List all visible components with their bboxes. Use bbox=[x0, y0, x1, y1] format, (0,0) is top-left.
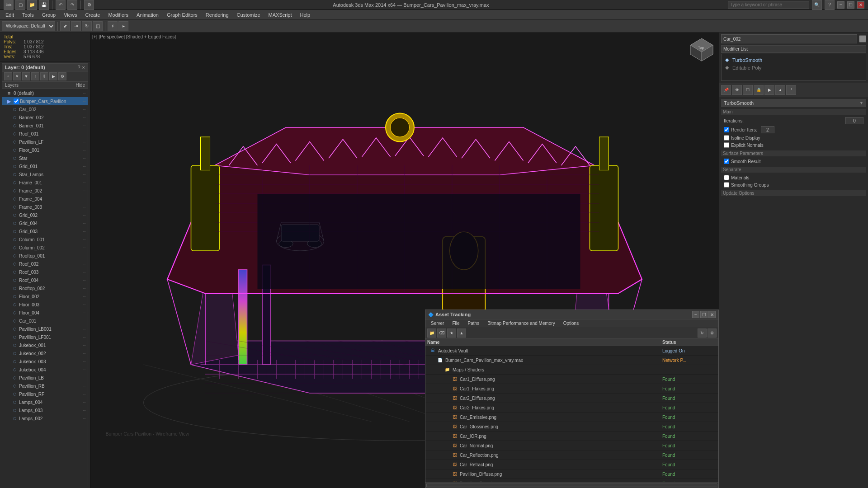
layer-options-icon[interactable]: ··· bbox=[83, 352, 86, 356]
layer-item[interactable]: ⬡Jukebox_001··· bbox=[2, 341, 88, 349]
layer-options-icon[interactable]: ··· bbox=[83, 327, 86, 331]
at-asset-row[interactable]: 🖼Car1_Flakes.pngFound bbox=[425, 384, 718, 394]
layer-options-icon[interactable]: ··· bbox=[83, 392, 86, 396]
layer-item[interactable]: ⬡Car_002··· bbox=[2, 105, 88, 113]
at-btn-1[interactable]: 📁 bbox=[427, 328, 436, 338]
layer-item[interactable]: ⬡Lamps_002··· bbox=[2, 414, 88, 422]
object-color-btn[interactable] bbox=[859, 35, 866, 42]
layers-list[interactable]: ≡0 (default)···▶Bumper_Cars_Pavilion···⬡… bbox=[2, 89, 88, 486]
layer-item[interactable]: ⬡Floor_003··· bbox=[2, 300, 88, 309]
layer-options-icon[interactable]: ··· bbox=[83, 408, 86, 413]
menu-item-group[interactable]: Group bbox=[38, 11, 60, 19]
menu-item-maxscript[interactable]: MAXScript bbox=[265, 11, 296, 19]
smoothing-groups-check[interactable] bbox=[724, 182, 729, 188]
layer-vis-check[interactable] bbox=[14, 99, 19, 104]
layer-item[interactable]: ▶Bumper_Cars_Pavilion··· bbox=[2, 97, 88, 105]
rotate-btn[interactable]: ↻ bbox=[82, 21, 92, 31]
layer-item[interactable]: ⬡Grid_004··· bbox=[2, 219, 88, 227]
layer-item[interactable]: ⬡Pavillion_RF··· bbox=[2, 390, 88, 398]
layer-options-icon[interactable]: ··· bbox=[83, 140, 86, 144]
layer-item[interactable]: ⬡Grid_002··· bbox=[2, 211, 88, 219]
layer-options-icon[interactable]: ··· bbox=[83, 156, 86, 160]
at-content[interactable]: 🏛Autodesk VaultLogged On📄Bumper_Cars_Pav… bbox=[425, 346, 718, 482]
undo-btn[interactable]: ↶ bbox=[56, 0, 66, 10]
search-input[interactable] bbox=[728, 1, 809, 9]
layer-item[interactable]: ≡0 (default)··· bbox=[2, 89, 88, 97]
layer-item[interactable]: ⬡Lamps_003··· bbox=[2, 406, 88, 414]
search-btn[interactable]: 🔍 bbox=[812, 0, 822, 10]
layer-options-icon[interactable]: ··· bbox=[83, 238, 86, 242]
layer-options-icon[interactable]: ··· bbox=[83, 319, 86, 323]
menu-item-tools[interactable]: Tools bbox=[19, 11, 38, 19]
menu-item-graph-editors[interactable]: Graph Editors bbox=[163, 11, 201, 19]
object-name-input[interactable] bbox=[721, 34, 857, 43]
menu-item-help[interactable]: Help bbox=[297, 11, 314, 19]
select-btn[interactable]: ⬋ bbox=[60, 21, 70, 31]
layer-item[interactable]: ⬡Frame_001··· bbox=[2, 178, 88, 187]
modifier-turbosmooth[interactable]: ◆ TurboSmooth bbox=[723, 56, 864, 64]
layer-item[interactable]: ⬡Car_001··· bbox=[2, 317, 88, 325]
layer-options-icon[interactable]: ··· bbox=[83, 343, 86, 347]
layer-item[interactable]: ⬡Frame_004··· bbox=[2, 195, 88, 203]
isoline-check[interactable] bbox=[724, 135, 729, 141]
save-btn[interactable]: 💾 bbox=[39, 0, 49, 10]
layer-options-icon[interactable]: ··· bbox=[83, 335, 86, 339]
scale-btn[interactable]: ◫ bbox=[93, 21, 103, 31]
layer-options-icon[interactable]: ··· bbox=[83, 197, 86, 201]
materials-check[interactable] bbox=[724, 175, 729, 180]
layer-item[interactable]: ⬡Grid_001··· bbox=[2, 162, 88, 170]
layer-settings-btn[interactable]: ⚙ bbox=[58, 72, 66, 80]
layer-collapse-btn[interactable]: ⇩ bbox=[40, 72, 48, 80]
layer-options-icon[interactable]: ··· bbox=[83, 116, 86, 120]
at-btn-3[interactable]: ★ bbox=[447, 328, 456, 338]
layer-options-icon[interactable]: ··· bbox=[83, 295, 86, 299]
at-minimize-btn[interactable]: − bbox=[692, 311, 699, 318]
layer-options-icon[interactable]: ··· bbox=[83, 230, 86, 234]
layer-options-icon[interactable]: ··· bbox=[83, 311, 86, 315]
layer-options-icon[interactable]: ··· bbox=[83, 132, 86, 136]
show-btn[interactable]: 👁 bbox=[732, 85, 742, 95]
layer-item[interactable]: ⬡Pavillion_RB··· bbox=[2, 382, 88, 390]
layers-help-btn[interactable]: ? bbox=[77, 65, 80, 70]
layer-item[interactable]: ⬡Lamps_004··· bbox=[2, 398, 88, 406]
at-menu-bitmap-performance-and-memory[interactable]: Bitmap Performance and Memory bbox=[484, 320, 559, 326]
layer-add-btn[interactable]: ▼ bbox=[22, 72, 30, 80]
layer-item[interactable]: ⬡Column_002··· bbox=[2, 244, 88, 252]
layer-options-icon[interactable]: ··· bbox=[83, 213, 86, 217]
layer-options-icon[interactable]: ··· bbox=[83, 384, 86, 388]
menu-item-views[interactable]: Views bbox=[60, 11, 80, 19]
menu-item-create[interactable]: Create bbox=[81, 11, 104, 19]
layer-new-btn[interactable]: + bbox=[4, 72, 12, 80]
at-maximize-btn[interactable]: ☐ bbox=[700, 311, 708, 318]
layer-options-icon[interactable]: ··· bbox=[83, 303, 86, 307]
layer-options-icon[interactable]: ··· bbox=[83, 400, 86, 404]
snap-btn[interactable]: ♯ bbox=[108, 21, 118, 31]
layer-item[interactable]: ⬡Pavillion_LB··· bbox=[2, 374, 88, 382]
layer-options-icon[interactable]: ··· bbox=[83, 205, 86, 209]
layer-options-icon[interactable]: ··· bbox=[83, 254, 86, 258]
layer-options-icon[interactable]: ··· bbox=[83, 173, 86, 177]
layer-item[interactable]: ⬡Rooftop_001··· bbox=[2, 252, 88, 260]
modifier-editable-poly[interactable]: ◆ Editable Poly bbox=[723, 64, 864, 71]
maximize-btn[interactable]: ☐ bbox=[847, 1, 854, 9]
layer-item[interactable]: ⬡Floor_004··· bbox=[2, 309, 88, 317]
workspace-select[interactable]: Workspace: Default bbox=[2, 21, 55, 31]
layer-options-icon[interactable]: ··· bbox=[83, 99, 86, 103]
at-close-btn[interactable]: ✕ bbox=[708, 311, 716, 318]
render-btn[interactable]: ▶ bbox=[764, 85, 774, 95]
render-iters-check[interactable] bbox=[724, 127, 729, 132]
layer-item[interactable]: ⬡Frame_003··· bbox=[2, 203, 88, 211]
layer-item[interactable]: ⬡Banner_001··· bbox=[2, 122, 88, 130]
layer-item[interactable]: ⬡Pavillion_LF··· bbox=[2, 138, 88, 146]
angle-snap-btn[interactable]: ▸ bbox=[118, 21, 128, 31]
layer-item[interactable]: ⬡Roof_003··· bbox=[2, 268, 88, 276]
minimize-btn[interactable]: − bbox=[837, 1, 844, 9]
iterations-input[interactable] bbox=[845, 117, 863, 124]
layer-item[interactable]: ⬡Banner_002··· bbox=[2, 113, 88, 122]
at-menu-file[interactable]: File bbox=[448, 320, 463, 326]
layer-options-icon[interactable]: ··· bbox=[83, 246, 86, 250]
menu-item-edit[interactable]: Edit bbox=[2, 11, 18, 19]
at-asset-row[interactable]: 🖼Car2_Diffuse.pngFound bbox=[425, 394, 718, 403]
layer-item[interactable]: ⬡Jukebox_003··· bbox=[2, 357, 88, 366]
layer-options-icon[interactable]: ··· bbox=[83, 221, 86, 225]
